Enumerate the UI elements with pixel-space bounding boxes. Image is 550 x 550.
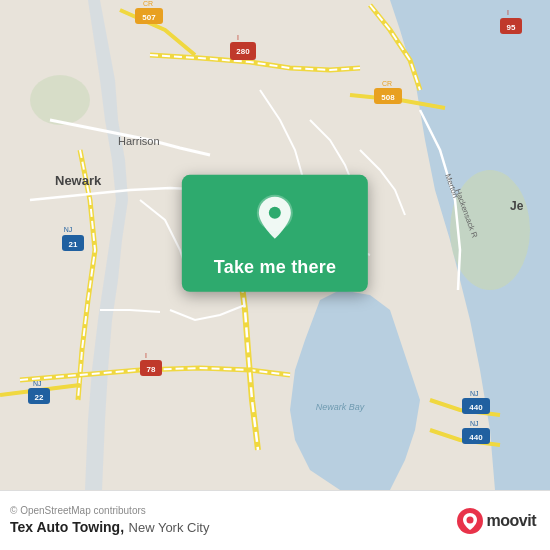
svg-point-40: [466, 516, 473, 523]
button-overlay: Take me there: [182, 175, 368, 292]
svg-text:280: 280: [236, 47, 250, 56]
svg-text:508: 508: [381, 93, 395, 102]
take-me-there-label: Take me there: [214, 257, 336, 278]
svg-text:Newark: Newark: [55, 173, 102, 188]
svg-text:I: I: [145, 352, 147, 359]
take-me-there-button[interactable]: Take me there: [182, 175, 368, 292]
bottom-left: © OpenStreetMap contributors Tex Auto To…: [10, 505, 209, 536]
svg-text:Harrison: Harrison: [118, 135, 160, 147]
osm-credit: © OpenStreetMap contributors: [10, 505, 209, 516]
svg-text:507: 507: [142, 13, 156, 22]
svg-text:NJ: NJ: [470, 390, 479, 397]
svg-text:440: 440: [469, 433, 483, 442]
svg-text:NJ: NJ: [33, 380, 42, 387]
svg-point-38: [269, 207, 281, 219]
svg-point-3: [30, 75, 90, 125]
svg-text:I: I: [507, 9, 509, 16]
svg-text:21: 21: [69, 240, 78, 249]
moovit-logo: moovit: [456, 507, 536, 535]
svg-text:22: 22: [35, 393, 44, 402]
moovit-brand-text: moovit: [487, 512, 536, 530]
map-container: Newark Bay: [0, 0, 550, 490]
location-city: New York City: [129, 520, 210, 535]
svg-text:NJ: NJ: [64, 226, 73, 233]
svg-text:CR: CR: [382, 80, 392, 87]
svg-text:Newark Bay: Newark Bay: [316, 402, 365, 412]
svg-text:CR: CR: [143, 0, 153, 7]
bottom-bar: © OpenStreetMap contributors Tex Auto To…: [0, 490, 550, 550]
location-info: Tex Auto Towing, New York City: [10, 518, 209, 536]
svg-text:78: 78: [147, 365, 156, 374]
svg-text:I: I: [237, 34, 239, 41]
moovit-icon-svg: [456, 507, 484, 535]
svg-text:NJ: NJ: [470, 420, 479, 427]
svg-text:Je: Je: [510, 199, 524, 213]
location-pin-icon: [253, 193, 297, 247]
location-title: Tex Auto Towing,: [10, 519, 124, 535]
svg-text:440: 440: [469, 403, 483, 412]
svg-text:95: 95: [507, 23, 516, 32]
